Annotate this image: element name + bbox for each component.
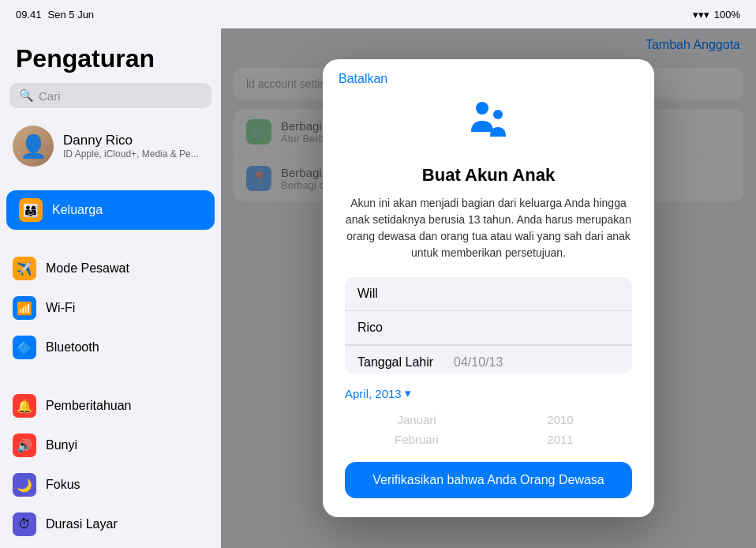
battery-label: 100% (714, 9, 740, 21)
wifi-icon: ▾▾▾ (693, 9, 709, 21)
durasi-layar-icon: ⏱ (13, 512, 36, 536)
sidebar-item-pemberitahuan[interactable]: 🔔 Pemberitahuan (0, 386, 221, 426)
pemberitahuan-icon: 🔔 (13, 394, 36, 418)
svg-point-1 (493, 110, 503, 119)
dob-row[interactable]: Tanggal Lahir 04/10/13 (345, 345, 632, 373)
fokus-label: Fokus (46, 478, 80, 492)
sidebar-item-mode-pesawat[interactable]: ✈️ Mode Pesawat (0, 249, 221, 288)
last-name-row[interactable]: Rico (345, 311, 632, 345)
sidebar-item-fokus[interactable]: 🌙 Fokus (0, 465, 221, 505)
picker-year-2: 2011 (488, 430, 632, 449)
chevron-down-icon: ▾ (405, 386, 411, 400)
status-indicators: ▾▾▾ 100% (693, 9, 740, 21)
month-year-picker[interactable]: April, 2013 ▾ (345, 386, 411, 400)
svg-point-0 (476, 102, 488, 114)
bluetooth-icon: 🔷 (13, 336, 36, 359)
fokus-icon: 🌙 (13, 473, 36, 497)
avatar: 👤 (13, 126, 54, 167)
profile-name: Danny Rico (63, 133, 199, 148)
dob-value: 04/10/13 (454, 355, 503, 370)
pemberitahuan-label: Pemberitahuan (46, 399, 132, 413)
status-bar: 09.41 Sen 5 Jun ▾▾▾ 100% (0, 0, 756, 28)
status-time: 09.41 (16, 9, 42, 21)
modal-overlay: Batalkan Buat Akun Ana (221, 28, 756, 548)
right-panel: Tambah Anggota ld account settings and 🛒… (221, 28, 756, 548)
search-placeholder: Cari (39, 89, 61, 103)
keluarga-label: Keluarga (52, 203, 103, 217)
sidebar-section-family: 👨‍👩‍👧 Keluarga (0, 190, 221, 230)
status-time-date: 09.41 Sen 5 Jun (16, 9, 94, 21)
dob-label: Tanggal Lahir (357, 355, 444, 370)
sidebar-item-durasi-layar[interactable]: ⏱ Durasi Layar (0, 505, 221, 544)
form-card: Will Rico Tanggal Lahir 04/10/13 (345, 277, 632, 373)
picker-month-1: Januari (345, 410, 488, 430)
sidebar: Pengaturan 🔍 Cari 👤 Danny Rico ID Apple,… (0, 28, 221, 548)
keluarga-icon: 👨‍👩‍👧 (19, 198, 43, 222)
sidebar-section-notifications: 🔔 Pemberitahuan 🔊 Bunyi 🌙 Fokus ⏱ Durasi… (0, 386, 221, 544)
first-name-row[interactable]: Will (345, 277, 632, 311)
wifi-icon: 📶 (13, 296, 36, 320)
sidebar-item-bunyi[interactable]: 🔊 Bunyi (0, 426, 221, 465)
search-bar[interactable]: 🔍 Cari (9, 83, 211, 108)
profile-subtitle: ID Apple, iCloud+, Media & Pe... (63, 148, 199, 160)
modal-header: Batalkan (323, 59, 654, 86)
modal-title: Buat Akun Anak (422, 165, 555, 186)
sidebar-item-bluetooth[interactable]: 🔷 Bluetooth (0, 328, 221, 367)
sidebar-item-wifi[interactable]: 📶 Wi-Fi (0, 288, 221, 328)
first-name-value: Will (357, 287, 378, 300)
bunyi-icon: 🔊 (13, 434, 36, 457)
mode-pesawat-label: Mode Pesawat (46, 261, 129, 276)
family-icon (465, 99, 512, 156)
bunyi-label: Bunyi (46, 438, 77, 452)
modal-description: Akun ini akan menjadi bagian dari keluar… (345, 195, 632, 261)
modal-buat-akun-anak: Batalkan Buat Akun Ana (323, 59, 654, 517)
last-name-value: Rico (357, 321, 383, 334)
wifi-label: Wi-Fi (46, 301, 75, 315)
bluetooth-label: Bluetooth (46, 340, 99, 355)
profile-info: Danny Rico ID Apple, iCloud+, Media & Pe… (63, 133, 199, 160)
month-column[interactable]: Januari Februari (345, 410, 488, 449)
main-layout: Pengaturan 🔍 Cari 👤 Danny Rico ID Apple,… (0, 28, 756, 548)
search-icon: 🔍 (19, 88, 34, 103)
modal-body: Buat Akun Anak Akun ini akan menjadi bag… (323, 86, 654, 517)
status-date: Sen 5 Jun (48, 9, 95, 21)
verify-button[interactable]: Verifikasikan bahwa Anda Orang Dewasa (345, 462, 632, 498)
sidebar-section-connectivity: ✈️ Mode Pesawat 📶 Wi-Fi 🔷 Bluetooth (0, 249, 221, 367)
durasi-layar-label: Durasi Layar (46, 517, 118, 531)
year-column[interactable]: 2010 2011 (488, 410, 632, 449)
picker-columns[interactable]: Januari Februari 2010 2011 (345, 410, 632, 449)
sidebar-title: Pengaturan (0, 38, 221, 83)
cancel-button[interactable]: Batalkan (339, 72, 387, 86)
mode-pesawat-icon: ✈️ (13, 257, 36, 280)
picker-month-2: Februari (345, 430, 488, 449)
month-year-label: April, 2013 (345, 387, 402, 400)
sidebar-item-keluarga[interactable]: 👨‍👩‍👧 Keluarga (6, 190, 215, 230)
picker-year-1: 2010 (488, 410, 632, 430)
profile-row[interactable]: 👤 Danny Rico ID Apple, iCloud+, Media & … (0, 118, 221, 175)
